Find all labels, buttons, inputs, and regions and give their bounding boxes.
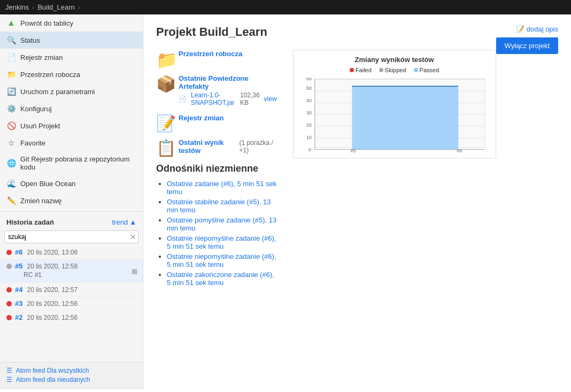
add-desc-link[interactable]: 📝 dodaj opis [516, 25, 558, 33]
permalink-link-3[interactable]: Ostatnie niepomyślne zadanie (#6), 5 min… [167, 234, 276, 250]
rss-icon: ☰ [6, 367, 12, 374]
chart-legend: Failed Skipped Passed [299, 67, 490, 73]
test-results-details: Ostatni wynik testów (1 porażka / +1) [179, 139, 277, 155]
build-number-4[interactable]: #4 [15, 286, 22, 294]
ocean-icon: 🌊 [6, 179, 16, 188]
sidebar-item-run[interactable]: 🔄 Uruchom z parametrami [0, 83, 143, 100]
svg-text:0: 0 [308, 147, 311, 152]
test-results-detail: (1 porażka / +1) [239, 139, 276, 154]
build-item-4: #4 20 lis 2020, 12:57 [0, 283, 143, 297]
build-item-2: #2 20 lis 2020, 12:56 [0, 311, 143, 325]
build-grid-icon-5: ▦ [132, 267, 137, 275]
atom-feeds: ☰ Atom feed Dla wszystkich ☰ Atom feed d… [0, 362, 143, 389]
sidebar-item-favorite[interactable]: ☆ Favorite [0, 134, 143, 151]
search-container: ✕ [0, 228, 143, 245]
sidebar-item-status[interactable]: 🔍 Status [0, 32, 143, 49]
permalink-link-0[interactable]: Ostatnie zadanie (#6), 5 min 51 sek temu [167, 180, 276, 196]
permalinks-section: Odnośniki niezmienne Ostatnie zadanie (#… [156, 163, 277, 287]
history-title: Historia zadań [6, 218, 54, 226]
disable-button[interactable]: Wyłącz projekt [496, 37, 558, 54]
trend-label: trend [112, 218, 128, 226]
build-info-4: #4 20 lis 2020, 12:57 [15, 286, 136, 294]
legend-dot-passed [414, 68, 418, 72]
artifacts-details: Ostatnie Powiedzone Artefakty 📄 Learn-1.… [179, 74, 277, 106]
sidebar-item-delete[interactable]: 🚫 Usuń Projekt [0, 117, 143, 134]
search-icon: 🔍 [6, 35, 16, 45]
artifacts-meta: 📄 Learn-1.0-SNAPSHOT.jar 102,36 KB view [179, 91, 277, 106]
sidebar-item-workspace[interactable]: 📁 Przestrzeń robocza [0, 66, 143, 83]
legend-dot-failed [350, 68, 354, 72]
view-link[interactable]: view [264, 95, 277, 103]
list-item: Ostatnie niepomyślne zadanie (#6), 5 min… [167, 252, 277, 268]
file-size: 102,36 KB [240, 91, 260, 106]
sidebar-item-git[interactable]: 🌐 Git Rejestr pobrania z repozytorium ko… [0, 151, 143, 175]
build-number-3[interactable]: #3 [15, 299, 22, 308]
sidebar-workspace-label: Przestrzeń robocza [20, 71, 80, 79]
build-number-5[interactable]: #5 [15, 262, 22, 270]
build-info-2: #2 20 lis 2020, 12:56 [15, 313, 136, 321]
file-icon-small: 📄 [179, 95, 187, 103]
topbar-build-link[interactable]: Build_Learn [37, 3, 74, 11]
git-icon: 🌐 [6, 158, 16, 168]
star-icon: ☆ [6, 138, 16, 148]
build-row-2: #2 20 lis 2020, 12:56 [15, 313, 136, 321]
build-status-dot-5 [6, 264, 12, 269]
test-results-item: 📋 Ostatni wynik testów (1 porażka / +1) [156, 139, 277, 156]
sidebar-item-back[interactable]: ▲ Powrót do tablicy [0, 14, 143, 32]
topbar-jenkins-link[interactable]: Jenkins [5, 3, 29, 11]
artifacts-link[interactable]: Ostatnie Powiedzone Artefakty [179, 74, 249, 90]
workspace-details: Przestrzeń robocza [179, 50, 277, 58]
atom-failed-link[interactable]: ☰ Atom feed dla nieudanych [6, 376, 136, 383]
atom-all-link[interactable]: ☰ Atom feed Dla wszystkich [6, 367, 136, 374]
run-icon: 🔄 [6, 87, 16, 96]
changelog-file-icon: 📝 [156, 114, 173, 131]
build-date-5: 20 lis 2020, 12:58 [27, 263, 78, 270]
permalink-link-4[interactable]: Ostatnie niepomyślne zadanie (#6), 5 min… [167, 252, 276, 268]
sidebar-item-configure[interactable]: ⚙️ Konfiguruj [0, 100, 143, 117]
svg-text:50: 50 [306, 86, 312, 91]
permalink-link-1[interactable]: Ostatnie stabilne zadanie (#5), 13 min t… [167, 198, 271, 214]
svg-text:60: 60 [306, 78, 312, 81]
build-number-6[interactable]: #6 [15, 248, 22, 256]
folder-icon: 📁 [156, 50, 178, 70]
legend-label-passed: Passed [420, 67, 439, 73]
top-actions: 📝 dodaj opis Wyłącz projekt [496, 25, 558, 54]
sidebar-item-changelog[interactable]: 📄 Rejestr zmian [0, 49, 143, 66]
svg-text:#5: #5 [350, 148, 356, 152]
sidebar-run-label: Uruchom z parametrami [20, 88, 95, 96]
build-row-3: #3 20 lis 2020, 12:56 [15, 299, 136, 308]
svg-text:#6: #6 [457, 148, 462, 152]
jar-file-link[interactable]: Learn-1.0-SNAPSHOT.jar [191, 91, 236, 106]
chevron-up-icon: ▲ [129, 218, 136, 226]
build-item-3: #3 20 lis 2020, 12:56 [0, 297, 143, 311]
workspace-link[interactable]: Przestrzeń robocza [179, 50, 242, 58]
artifacts-item: 📦 Ostatnie Powiedzone Artefakty 📄 Learn-… [156, 74, 277, 106]
search-input[interactable] [4, 230, 138, 243]
test-results-link[interactable]: Ostatni wynik testów [179, 139, 236, 155]
sidebar-item-ocean[interactable]: 🌊 Open Blue Ocean [0, 175, 143, 192]
workspace-folder-icon: 📁 [156, 50, 173, 67]
atom-all-label: Atom feed Dla wszystkich [16, 367, 89, 374]
trend-link[interactable]: trend ▲ [112, 218, 136, 226]
history-header: Historia zadań trend ▲ [0, 214, 143, 228]
content-section: 📁 Przestrzeń robocza 📦 Ostatnie Powiedzo… [156, 50, 496, 289]
permalink-link-5[interactable]: Ostatnie zakończone zadanie (#6), 5 min … [167, 271, 274, 287]
build-status-dot-2 [6, 315, 12, 320]
topbar: Jenkins › Build_Learn › [0, 0, 571, 14]
permalink-list: Ostatnie zadanie (#6), 5 min 51 sek temu… [156, 180, 277, 287]
list-item: Ostatnie pomyślne zadanie (#5), 13 min t… [167, 216, 277, 232]
build-info-3: #3 20 lis 2020, 12:56 [15, 299, 136, 308]
search-clear-icon[interactable]: ✕ [130, 233, 136, 241]
sidebar-item-rename[interactable]: ✏️ Zmień nazwę [0, 192, 143, 209]
build-number-2[interactable]: #2 [15, 313, 22, 321]
permalink-link-2[interactable]: Ostatnie pomyślne zadanie (#5), 13 min t… [167, 216, 276, 232]
build-info-6: #6 20 lis 2020, 13:06 [15, 248, 136, 256]
list-item: Ostatnie niepomyślne zadanie (#6), 5 min… [167, 234, 277, 250]
artifacts-icon: 📦 [156, 74, 173, 91]
sidebar-delete-label: Usuń Projekt [20, 122, 60, 130]
build-date-4: 20 lis 2020, 12:57 [27, 286, 78, 294]
sidebar-git-label: Git Rejestr pobrania z repozytorium kodu [20, 155, 136, 171]
pencil-icon: 📝 [516, 25, 524, 33]
left-column: 📁 Przestrzeń robocza 📦 Ostatnie Powiedzo… [156, 50, 277, 289]
changelog-link[interactable]: Rejestr zmian [179, 114, 224, 122]
